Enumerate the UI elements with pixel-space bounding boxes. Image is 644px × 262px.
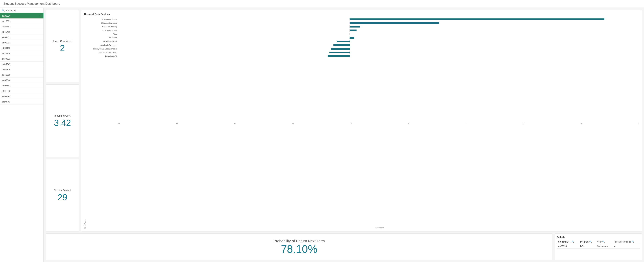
x-axis-label: Importance (87, 227, 639, 229)
x-tick: 2 (466, 122, 466, 227)
svg-rect-16 (331, 48, 350, 50)
filter-icon[interactable]: 🔍 (589, 241, 592, 243)
bar-label: Incoming Credits (87, 40, 117, 42)
chart-y-label: Risk Factor (84, 17, 86, 229)
terms-completed-value: 2 (60, 44, 65, 52)
chart-title: Dropout Risk Factors (84, 12, 639, 15)
bar-row: GPA Last Semester (87, 21, 639, 25)
student-item[interactable]: af49466 (0, 94, 44, 99)
details-row: aa33396BSc.Sophomoreno (557, 244, 640, 249)
bar-area (118, 48, 639, 50)
student-item[interactable]: ad65046 (0, 78, 44, 83)
credits-passed-label: Credits Passed (54, 189, 71, 192)
x-tick: 0 (350, 122, 352, 227)
student-item[interactable]: ac85649 (0, 61, 44, 67)
x-ticks: -4-3-2-1012345 (87, 122, 639, 227)
bar-label: Scholarship Status (87, 18, 117, 20)
search-input[interactable] (6, 9, 42, 12)
incoming-gpa-value: 3.42 (54, 118, 71, 127)
x-tick: -2 (234, 122, 236, 227)
student-item[interactable]: ab99185 (0, 45, 44, 51)
incoming-gpa-card: Incoming GPA 3.42 (46, 84, 79, 157)
svg-rect-3 (350, 22, 440, 24)
search-box: 🔍 (0, 8, 44, 13)
filter-icon[interactable]: 🔍 (632, 241, 634, 243)
student-item[interactable]: ab45480 (0, 29, 44, 35)
x-tick: -3 (176, 122, 178, 227)
stat-cards: Terms Completed 2 Incoming GPA 3.42 Cred… (46, 10, 79, 232)
details-col-header: Student ID▲🔍 (557, 240, 579, 244)
student-item[interactable]: ac30983 (0, 56, 44, 61)
details-col-header: Year🔍 (596, 240, 612, 244)
probability-value: 78.10% (281, 243, 318, 255)
svg-rect-1 (350, 18, 604, 20)
bar-row: Local High School (87, 28, 639, 32)
student-item[interactable]: aa59561 (0, 24, 44, 29)
bottom-row: Probability of Return Next Term 78.10% D… (46, 234, 642, 260)
student-item[interactable]: ac93894 (0, 67, 44, 72)
student-item[interactable]: ac14349 (0, 51, 44, 56)
svg-rect-10 (350, 37, 354, 38)
bar-row: Start Month (87, 36, 639, 39)
x-tick: 5 (638, 122, 639, 227)
filter-icon[interactable]: 🔍 (602, 241, 605, 243)
bar-row: Incoming GPA (87, 54, 639, 58)
bar-label: # of Terms Completed (87, 51, 117, 53)
bar-area (118, 29, 639, 31)
details-cell: aa33396 (557, 244, 579, 249)
bar-row: Year (87, 32, 639, 36)
bar-label: Receives Tutoring (87, 26, 117, 28)
details-panel: Details Student ID▲🔍Program🔍Year🔍Receive… (555, 234, 642, 260)
student-item[interactable]: ab64431 (0, 35, 44, 40)
student-item[interactable]: ad46995 (0, 72, 44, 78)
top-row: Terms Completed 2 Incoming GPA 3.42 Cred… (46, 10, 642, 232)
sort-icon[interactable]: ▲ (569, 241, 571, 243)
chart-panel: Dropout Risk Factors Risk Factor Scholar… (81, 10, 642, 232)
x-tick: -1 (292, 122, 294, 227)
student-item[interactable]: af54839 (0, 99, 44, 104)
bar-area (118, 18, 639, 20)
details-cell: Sophomore (596, 244, 612, 249)
bar-area (118, 22, 639, 24)
chart-container: Risk Factor Scholarship StatusGPA Last S… (84, 17, 639, 229)
bars-container: Scholarship StatusGPA Last SemesterRecei… (87, 17, 639, 122)
x-tick: -4 (118, 122, 120, 227)
bar-label: Start Month (87, 37, 117, 39)
sidebar: 🔍 aa33396✓aa16889aa59561ab45480ab64431ab… (0, 8, 44, 262)
bar-label: GPA Last Semester (87, 22, 117, 24)
probability-label: Probability of Return Next Term (274, 239, 325, 243)
details-col-header: Receives Tutoring🔍 (612, 240, 640, 244)
active-checkmark: ✓ (40, 15, 42, 17)
student-item[interactable]: af33440 (0, 88, 44, 94)
details-table: Student ID▲🔍Program🔍Year🔍Receives Tutori… (557, 240, 640, 249)
app-title: Student Success Management Dashboard (3, 2, 641, 5)
student-item[interactable]: aa16889 (0, 19, 44, 24)
terms-completed-label: Terms Completed (52, 39, 72, 42)
bar-row: Receives Tutoring (87, 25, 639, 28)
x-tick: 3 (523, 122, 524, 227)
bar-row: Scholarship Status (87, 17, 639, 21)
bar-label: Local High School (87, 29, 117, 31)
filter-icon[interactable]: 🔍 (572, 241, 574, 243)
bar-area (118, 44, 639, 46)
bar-row: Library Scans Last Semester (87, 47, 639, 51)
x-tick: 4 (580, 122, 582, 227)
student-item[interactable]: aa33396✓ (0, 13, 44, 19)
details-cell: BSc. (579, 244, 596, 249)
svg-rect-12 (337, 41, 350, 42)
probability-panel: Probability of Return Next Term 78.10% (46, 234, 553, 260)
student-list: aa33396✓aa16889aa59561ab45480ab64431ab91… (0, 13, 44, 262)
terms-completed-card: Terms Completed 2 (46, 10, 79, 82)
content-area: Terms Completed 2 Incoming GPA 3.42 Cred… (44, 8, 644, 262)
svg-rect-18 (329, 52, 350, 53)
bar-row: Academic Probation (87, 43, 639, 47)
student-item[interactable]: ab91914 (0, 40, 44, 45)
student-item[interactable]: ae95563 (0, 83, 44, 88)
svg-rect-5 (350, 26, 360, 27)
details-col-header: Program🔍 (579, 240, 596, 244)
credits-passed-card: Credits Passed 29 (46, 159, 79, 232)
bar-area (118, 55, 639, 57)
bar-row: Incoming Credits (87, 39, 639, 43)
svg-rect-14 (333, 44, 350, 46)
x-tick: 1 (408, 122, 409, 227)
